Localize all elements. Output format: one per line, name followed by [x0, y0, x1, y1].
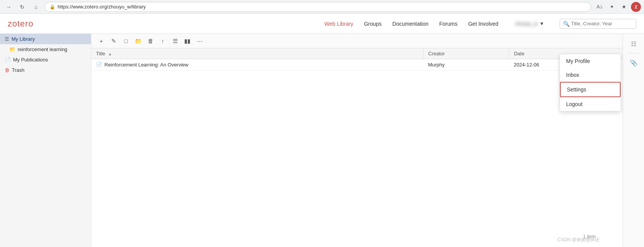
nav-web-library[interactable]: Web Library [324, 21, 353, 27]
sidebar-label-my-publications: My Publications [13, 57, 48, 63]
chevron-down-icon: ▼ [539, 21, 544, 27]
note-button[interactable]: □ [121, 36, 131, 46]
upload-button[interactable]: ↑ [157, 36, 168, 46]
home-button[interactable]: ⌂ [31, 2, 41, 12]
url-text: https://www.zotero.org/zhouyu_w/library [58, 4, 146, 10]
extension-icon[interactable]: ✦ [606, 2, 617, 12]
sidebar: ☰ My Library 📁 reinforcement learning 📄 … [0, 34, 91, 247]
cell-title: 📄 Reinforcement Learning: An Overview [91, 59, 423, 71]
sidebar-label-my-library: My Library [12, 36, 35, 42]
watermark: CSDN @匆匆整掉还 [557, 237, 599, 243]
search-input[interactable] [571, 21, 629, 27]
star-icon[interactable]: ★ [619, 2, 629, 12]
delete-button[interactable]: 🗑 [145, 36, 156, 46]
main-layout: ☰ My Library 📁 reinforcement learning 📄 … [0, 34, 644, 247]
library-icon: ☰ [5, 36, 9, 42]
dropdown-inbox[interactable]: Inbox [560, 68, 621, 82]
user-menu-button[interactable]: zhouyu_w ▼ [515, 21, 544, 27]
nav-documentation[interactable]: Documentation [392, 21, 428, 27]
attachment-button[interactable]: 📎 [627, 56, 641, 70]
cell-creator: Murphy [423, 59, 509, 71]
grid-view-button[interactable]: ☷ [627, 37, 641, 51]
app-header: zotero Web Library Groups Documentation … [0, 14, 644, 34]
list-button[interactable]: ☰ [170, 36, 180, 46]
edit-button[interactable]: ✎ [108, 36, 119, 46]
browser-actions: AᲐ ✦ ★ Z [594, 2, 641, 12]
add-button[interactable]: + [96, 36, 107, 46]
nav-get-involved[interactable]: Get Involved [468, 21, 499, 27]
search-icon: 🔍 [563, 21, 570, 27]
sidebar-item-my-library[interactable]: ☰ My Library [0, 34, 91, 44]
sidebar-label-reinforcement-learning: reinforcement learning [18, 46, 67, 52]
table-container: Title ▲ Creator Date [91, 48, 623, 247]
nav-groups[interactable]: Groups [364, 21, 381, 27]
sidebar-label-trash: Trash [12, 67, 25, 73]
browser-chrome: → ↻ ⌂ 🔒 https://www.zotero.org/zhouyu_w/… [0, 0, 644, 14]
trash-icon: 🗑 [5, 67, 10, 73]
column-creator[interactable]: Creator [423, 48, 509, 59]
username-blurred: zhouyu_w [515, 21, 538, 27]
items-table: Title ▲ Creator Date [91, 48, 623, 71]
app-nav: Web Library Groups Documentation Forums … [324, 19, 636, 29]
lock-icon: 🔒 [50, 4, 55, 10]
content-area: + ✎ □ 📁 🗑 ↑ ☰ ▮▮ ⋯ Title ▲ [91, 34, 623, 247]
sidebar-item-reinforcement-learning[interactable]: 📁 reinforcement learning [0, 44, 91, 55]
right-panel: ☷ 📎 [623, 34, 644, 247]
sidebar-item-my-publications[interactable]: 📄 My Publications [0, 55, 91, 65]
dropdown-settings[interactable]: Settings [560, 82, 621, 97]
panel-separator [628, 53, 639, 53]
sidebar-item-trash[interactable]: 🗑 Trash [0, 65, 91, 75]
nav-forums[interactable]: Forums [439, 21, 457, 27]
search-box[interactable]: 🔍 [560, 19, 636, 29]
folder-button[interactable]: 📁 [133, 36, 144, 46]
user-dropdown-menu: My Profile Inbox Settings Logout [560, 54, 621, 111]
table-row[interactable]: 📄 Reinforcement Learning: An Overview Mu… [91, 59, 623, 71]
refresh-button[interactable]: ↻ [17, 2, 28, 12]
item-type-icon: 📄 [96, 62, 102, 68]
publications-icon: 📄 [5, 57, 11, 63]
toolbar: + ✎ □ 📁 🗑 ↑ ☰ ▮▮ ⋯ [91, 34, 623, 48]
folder-icon: 📁 [9, 46, 15, 52]
table-header-row: Title ▲ Creator Date [91, 48, 623, 59]
back-button[interactable]: → [3, 2, 14, 12]
translate-icon[interactable]: AᲐ [594, 2, 605, 12]
url-bar[interactable]: 🔒 https://www.zotero.org/zhouyu_w/librar… [45, 2, 591, 12]
column-title[interactable]: Title ▲ [91, 48, 423, 59]
more-button[interactable]: ⋯ [194, 36, 205, 46]
app-logo: zotero [8, 19, 33, 29]
profile-avatar[interactable]: Z [631, 2, 641, 12]
sort-arrow-title: ▲ [108, 52, 112, 56]
chart-button[interactable]: ▮▮ [182, 36, 193, 46]
dropdown-logout[interactable]: Logout [560, 97, 621, 111]
dropdown-my-profile[interactable]: My Profile [560, 54, 621, 68]
